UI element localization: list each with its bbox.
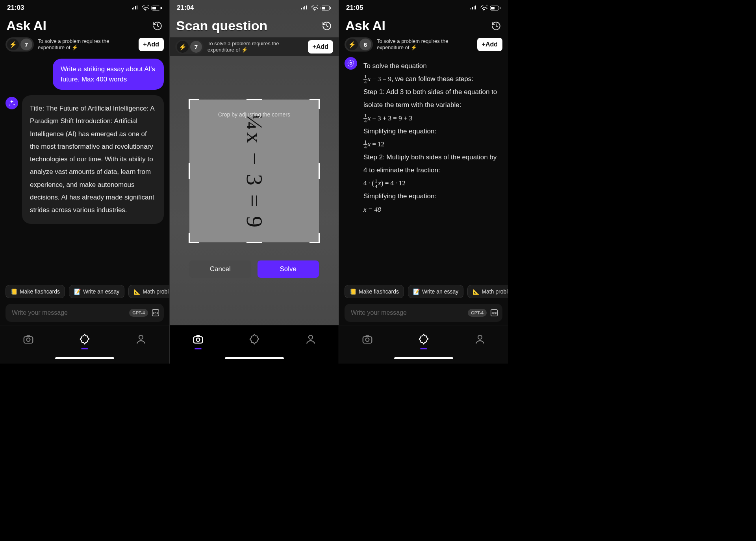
crop-handle-bl[interactable] (189, 233, 199, 243)
equation-line-4: 4 · (14x) = 4 · 12 (363, 179, 406, 187)
token-chip[interactable]: ⚡ 7 (6, 37, 34, 52)
message-input-row: GPT-4 PDF (6, 304, 164, 322)
history-button[interactable] (491, 20, 502, 31)
nav-profile[interactable] (303, 331, 319, 347)
profile-icon (474, 333, 486, 345)
ai-avatar (345, 57, 357, 70)
chip-math[interactable]: 📐Math probl (467, 285, 508, 298)
equation-line-5: x = 48 (363, 206, 381, 213)
status-time: 21:04 (177, 4, 194, 12)
ai-message-row: To solve the equation 14x − 3 = 9, we ca… (345, 55, 502, 220)
suggestion-chips: 📒Make flashcards 📝Write an essay 📐Math p… (0, 281, 169, 301)
history-icon (322, 21, 332, 31)
suggestion-chips: 📒Make flashcards 📝Write an essay 📐Math p… (339, 281, 508, 301)
ai-avatar (6, 97, 18, 109)
camera-icon (192, 333, 204, 345)
pdf-icon[interactable]: PDF (151, 308, 160, 317)
svg-rect-2 (152, 7, 156, 9)
svg-text:PDF: PDF (492, 312, 497, 315)
crop-viewport: ¼x − 3 = 9 (189, 100, 319, 242)
history-button[interactable] (321, 20, 332, 31)
bottom-nav (170, 325, 339, 353)
camera-icon (361, 333, 373, 345)
bottom-nav (0, 325, 169, 353)
crop-handle-right[interactable] (319, 163, 320, 179)
crop-handle-left[interactable] (189, 163, 190, 179)
token-chip[interactable]: ⚡ 6 (345, 37, 373, 52)
sparkle-icon (8, 99, 16, 107)
token-bar: ⚡ 7 To solve a problem requires the expe… (170, 37, 339, 56)
nav-camera[interactable] (190, 331, 206, 347)
crop-frame[interactable]: ¼x − 3 = 9 Crop by adjusting the corners (189, 100, 319, 242)
page-title: Ask AI (345, 18, 385, 33)
chip-flashcards[interactable]: 📒Make flashcards (345, 285, 404, 298)
chat-fade (0, 257, 169, 281)
crop-handle-bottom[interactable] (246, 242, 262, 243)
cancel-button[interactable]: Cancel (189, 260, 251, 278)
home-indicator[interactable] (225, 357, 284, 359)
status-time: 21:05 (346, 4, 363, 12)
app-header: Ask AI (339, 16, 508, 37)
crop-handle-top[interactable] (246, 99, 262, 100)
scan-content: ¼x − 3 = 9 Crop by adjusting the corners… (170, 56, 339, 325)
svg-point-7 (139, 335, 143, 339)
home-indicator[interactable] (394, 357, 453, 359)
equation-line-3: 14x = 12 (363, 140, 384, 148)
history-icon (152, 21, 163, 31)
user-message: Write a striking essay about AI's future… (53, 59, 164, 90)
screen-scan: 21:04 Scan question ⚡ 7 To solve a probl… (169, 0, 339, 364)
crop-handle-tr[interactable] (309, 99, 320, 109)
nav-profile[interactable] (472, 331, 488, 347)
profile-icon (305, 333, 317, 345)
chat-fade (339, 257, 508, 281)
token-description: To solve a problem requires the expendit… (208, 41, 304, 54)
bottom-nav (339, 325, 508, 353)
chat-area[interactable]: Write a striking essay about AI's future… (0, 55, 169, 281)
token-bar: ⚡ 6 To solve a problem requires the expe… (339, 37, 508, 55)
nav-camera[interactable] (359, 331, 375, 347)
status-time: 21:03 (7, 4, 24, 12)
crop-hint: Crop by adjusting the corners (189, 111, 319, 118)
nav-chat[interactable] (77, 331, 93, 347)
history-button[interactable] (152, 20, 163, 31)
screen-chat-math: 21:05 Ask AI ⚡ 6 To solve a problem requ… (339, 0, 508, 364)
nav-chat[interactable] (416, 331, 432, 347)
message-input[interactable] (12, 309, 126, 316)
model-badge[interactable]: GPT-4 (468, 309, 487, 317)
home-indicator-bar (339, 353, 508, 364)
add-tokens-button[interactable]: +Add (308, 40, 333, 54)
nav-profile[interactable] (133, 331, 149, 347)
svg-point-18 (350, 63, 352, 65)
home-indicator[interactable] (55, 357, 114, 359)
crop-handle-tl[interactable] (189, 99, 199, 109)
page-title: Scan question (176, 18, 267, 33)
model-badge[interactable]: GPT-4 (129, 309, 148, 317)
chip-essay[interactable]: 📝Write an essay (69, 285, 124, 298)
chip-math[interactable]: 📐Math probl (128, 285, 169, 298)
nav-camera[interactable] (20, 331, 36, 347)
scan-action-row: Cancel Solve (189, 260, 319, 278)
status-bar: 21:04 (170, 0, 339, 16)
pdf-icon[interactable]: PDF (490, 308, 498, 317)
svg-rect-16 (491, 7, 495, 9)
crop-handle-br[interactable] (309, 233, 320, 243)
sparkle-badge-icon (79, 333, 91, 345)
nav-chat[interactable] (246, 331, 262, 347)
svg-point-12 (196, 338, 200, 341)
svg-rect-15 (500, 7, 500, 9)
chip-essay[interactable]: 📝Write an essay (408, 285, 463, 298)
equation-line-2: 14x − 3 + 3 = 9 + 3 (363, 114, 412, 122)
solve-button[interactable]: Solve (258, 260, 319, 278)
token-chip[interactable]: ⚡ 7 (175, 40, 204, 54)
chip-flashcards[interactable]: 📒Make flashcards (6, 285, 65, 298)
status-bar: 21:03 (0, 0, 169, 16)
chat-area[interactable]: To solve the equation 14x − 3 = 9, we ca… (339, 55, 508, 281)
token-count: 7 (190, 41, 202, 53)
add-tokens-button[interactable]: +Add (139, 38, 164, 51)
svg-point-6 (26, 338, 30, 341)
add-tokens-button[interactable]: +Add (477, 38, 502, 51)
sparkle-badge-icon (418, 333, 430, 345)
svg-text:PDF: PDF (153, 312, 158, 315)
home-indicator-bar (0, 353, 169, 364)
message-input[interactable] (351, 309, 465, 316)
